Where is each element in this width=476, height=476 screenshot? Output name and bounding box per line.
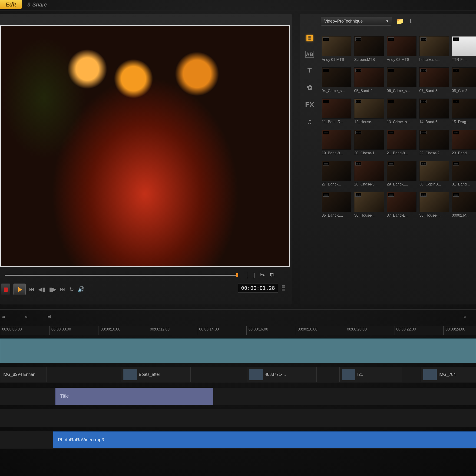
voice-track[interactable]: [0, 409, 476, 427]
clip-badge-icon: ▭▭: [421, 68, 426, 72]
clip-label: hotcakes-c...: [419, 58, 449, 62]
clip-label: 30_CopInB...: [419, 182, 449, 187]
timeline-audio-icon[interactable]: ♪⎍: [25, 315, 34, 323]
timeline-tool-1-icon[interactable]: ▦: [2, 315, 11, 323]
overlay-clip[interactable]: 4888771-...: [247, 367, 317, 382]
timecode-display[interactable]: 00:00:01.28: [238, 284, 278, 293]
clip-item[interactable]: ▭▭05_Band-2...: [354, 68, 384, 93]
title-track[interactable]: Title: [0, 388, 476, 405]
clip-item[interactable]: ▭▭22_Chase-2...: [419, 130, 449, 155]
clip-badge-icon: ▭▭: [453, 162, 459, 166]
overlay-track[interactable]: IMG_8394 EnhanBoats_after4888771-...I21I…: [0, 367, 476, 383]
clip-item[interactable]: ▭▭23_Band...: [452, 130, 476, 155]
clip-item[interactable]: ▭▭Andy 02.MTS: [387, 36, 416, 62]
preview-panel: [ ] ✂ ⧉ ⏮ ◀▮ ▮▶ ⏭ ↻ 🔊 00:00:01.28: [0, 14, 292, 305]
volume-icon[interactable]: 🔊: [78, 286, 85, 293]
clip-thumb: ▭▭: [419, 192, 449, 212]
graphic-tab-icon[interactable]: ✿: [305, 83, 314, 92]
overlay-clip[interactable]: I21: [339, 367, 402, 382]
clip-item[interactable]: ▭▭13_Crime_s...: [387, 99, 416, 124]
loop-icon[interactable]: ↻: [69, 286, 74, 293]
play-button[interactable]: [14, 284, 26, 295]
timeline-batch-icon[interactable]: 🎞: [47, 315, 56, 323]
clip-label: 14_Band-6...: [419, 120, 449, 124]
link-icon[interactable]: ⧉: [270, 272, 274, 279]
clip-item[interactable]: ▭▭31_Band...: [452, 161, 476, 187]
clip-item[interactable]: ▭▭14_Band-6...: [419, 99, 449, 124]
panel-divider[interactable]: [0, 309, 476, 310]
clip-item[interactable]: ▭▭20_Chase-1...: [354, 130, 384, 155]
overlay-clip[interactable]: IMG_784: [421, 367, 476, 382]
title-tab-icon[interactable]: T: [305, 66, 314, 75]
clip-item[interactable]: ▭▭27_Band-...: [322, 161, 351, 187]
clip-item[interactable]: ▭▭21_Band-9...: [387, 130, 416, 155]
ruler-mark: 00:00:24.00: [443, 326, 476, 335]
overlay-clip[interactable]: Boats_after: [121, 367, 191, 382]
ruler-mark: 00:00:22.00: [394, 326, 443, 335]
go-end-icon[interactable]: ⏭: [60, 286, 66, 293]
clip-item[interactable]: ▭▭30_CopInB...: [419, 161, 449, 187]
cut-icon[interactable]: ✂: [260, 272, 265, 279]
ruler-mark: 00:00:20.00: [345, 326, 394, 335]
zoom-fit-icon[interactable]: ⊖: [463, 315, 472, 323]
scrub-handle[interactable]: [236, 273, 238, 277]
audio-tab-icon[interactable]: ♫: [305, 117, 314, 126]
clip-item[interactable]: ▭▭36_House-...: [354, 192, 384, 218]
timecode-spinner[interactable]: [282, 285, 285, 291]
clip-badge-icon: ▭▭: [323, 37, 329, 41]
clip-item[interactable]: ▭▭08_Car-2...: [452, 68, 476, 93]
tab-share[interactable]: 3 Share: [22, 0, 52, 9]
clip-label: 29_Band-1...: [387, 182, 416, 187]
overlay-thumb: [249, 369, 263, 380]
clip-label: 08_Car-2...: [452, 89, 476, 93]
clip-thumb: ▭▭: [354, 68, 384, 87]
clip-label: 19_Band-8...: [322, 151, 351, 155]
title-clip[interactable]: Title: [55, 388, 213, 405]
open-folder-icon[interactable]: 📁: [396, 17, 404, 25]
clip-item[interactable]: ▭▭11_Band-5...: [322, 99, 351, 124]
clip-item[interactable]: ▭▭28_Chase-5...: [354, 161, 384, 187]
clip-item[interactable]: ▭▭12_House-...: [354, 99, 384, 124]
preview-screen[interactable]: [0, 25, 290, 267]
tab-edit[interactable]: Edit: [0, 0, 22, 9]
mark-in-icon[interactable]: [: [246, 272, 248, 279]
clip-badge-icon: ▭▭: [355, 37, 361, 41]
clip-label: 22_Chase-2...: [419, 151, 449, 155]
fx-tab-icon[interactable]: FX: [305, 100, 314, 109]
import-icon[interactable]: ⬇: [408, 18, 413, 24]
music-track[interactable]: PhotoRaRaVideo.mp3: [0, 431, 476, 449]
clip-item[interactable]: ▭▭07_Band-3...: [419, 68, 449, 93]
clip-item[interactable]: ▭▭00002.M...: [452, 192, 476, 218]
step-fwd-icon[interactable]: ▮▶: [49, 286, 56, 293]
clip-item[interactable]: ▭▭15_Drug...: [452, 99, 476, 124]
clip-thumb: ▭▭: [354, 99, 384, 119]
clip-item[interactable]: ▭▭35_Band-1...: [322, 192, 351, 218]
mark-out-icon[interactable]: ]: [253, 272, 255, 279]
dropdown-caret-icon: ▾: [386, 18, 388, 24]
scrub-bar[interactable]: [5, 275, 238, 276]
clip-thumb: ▭▭: [419, 36, 449, 56]
clip-item[interactable]: ▭▭38_House-...: [419, 192, 449, 218]
clip-item[interactable]: ▭▭04_Crime_s...: [322, 68, 351, 93]
clip-item[interactable]: ▭▭Screen.MTS: [354, 36, 384, 62]
clip-item[interactable]: ▭▭19_Band-8...: [322, 130, 351, 155]
timeline-ruler[interactable]: 00:00:06.0000:00:08.0000:00:10.0000:00:1…: [0, 326, 476, 335]
audio-clip[interactable]: PhotoRaRaVideo.mp3: [53, 431, 476, 448]
clip-item[interactable]: ▭▭hotcakes-c...: [419, 36, 449, 62]
clip-item[interactable]: ▭▭TTR-Fir...: [452, 36, 476, 62]
playback-controls: ⏮ ◀▮ ▮▶ ⏭ ↻ 🔊: [1, 284, 85, 295]
overlay-clip[interactable]: IMG_8394 Enhan: [0, 367, 47, 382]
media-tab-icon[interactable]: 🎞: [305, 34, 314, 43]
library-dropdown[interactable]: Video–ProTechnique ▾: [321, 17, 392, 26]
overlay-thumb: [123, 369, 137, 380]
go-start-icon[interactable]: ⏮: [29, 286, 34, 293]
transition-tab-icon[interactable]: AB: [306, 51, 314, 58]
clip-item[interactable]: ▭▭29_Band-1...: [387, 161, 416, 187]
video-track[interactable]: [0, 339, 476, 363]
video-clip[interactable]: [0, 339, 476, 363]
clip-item[interactable]: ▭▭37_Band-E...: [387, 192, 416, 218]
clip-item[interactable]: ▭▭06_Crime_s...: [387, 68, 416, 93]
step-back-icon[interactable]: ◀▮: [38, 286, 45, 293]
stop-button[interactable]: [1, 284, 10, 295]
clip-item[interactable]: ▭▭Andy 01.MTS: [322, 36, 351, 62]
